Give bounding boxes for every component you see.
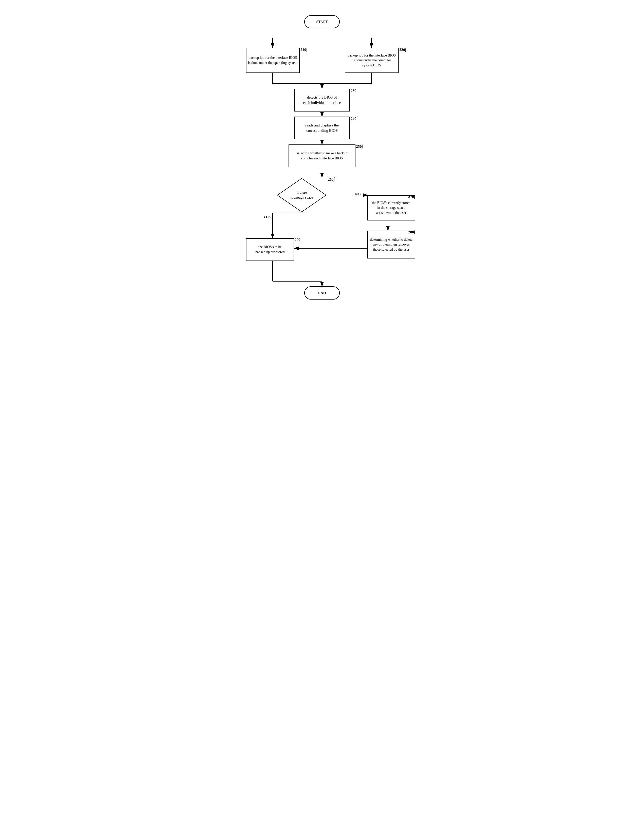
no-label: NO — [355, 192, 361, 196]
ref-220: 220∫ — [399, 47, 406, 52]
ref-260: 260∫ — [328, 177, 335, 182]
ref-250: 250∫ — [356, 144, 363, 149]
node-250: selecting whether to make a backupcopy f… — [288, 144, 356, 167]
start-label: START — [316, 19, 328, 24]
ref-240: 240∫ — [351, 116, 357, 121]
node-210: backup job for the interface BIOSis done… — [246, 47, 300, 73]
node-280-label: determining whether to deleteany of them… — [370, 237, 412, 252]
node-260-label: if thereis enough space — [291, 190, 313, 200]
start-node: START — [304, 15, 340, 28]
end-label: END — [318, 291, 326, 296]
node-230: detects the BIOS ofeach individual inter… — [294, 89, 350, 112]
node-260: if thereis enough space — [276, 178, 327, 213]
node-220-label: backup job for the interface BIOSis done… — [348, 53, 396, 68]
node-240-label: reads and displays thecorresponding BIOS — [305, 122, 339, 133]
ref-280: 280∫ — [408, 229, 415, 235]
node-290: the BIOS's to bebacked up are stored — [246, 238, 294, 261]
ref-230: 230∫ — [351, 88, 357, 93]
node-280: determining whether to deleteany of them… — [367, 231, 415, 259]
node-290-label: the BIOS's to bebacked up are stored — [255, 245, 284, 254]
ref-210: 210∫ — [301, 47, 307, 52]
node-240: reads and displays thecorresponding BIOS — [294, 116, 350, 139]
end-node: END — [304, 286, 340, 300]
node-220: backup job for the interface BIOSis done… — [345, 47, 399, 73]
yes-label: YES — [263, 215, 270, 219]
flowchart: START backup job for the interface BIOSi… — [225, 10, 419, 314]
node-270-label: the BIOS's currently storedin the storag… — [372, 201, 411, 216]
node-210-label: backup job for the interface BIOSis done… — [248, 55, 297, 65]
node-250-label: selecting whether to make a backupcopy f… — [297, 151, 347, 161]
ref-290: 290∫ — [294, 237, 302, 242]
node-230-label: detects the BIOS ofeach individual inter… — [303, 95, 341, 106]
ref-270: 270∫ — [408, 194, 415, 199]
